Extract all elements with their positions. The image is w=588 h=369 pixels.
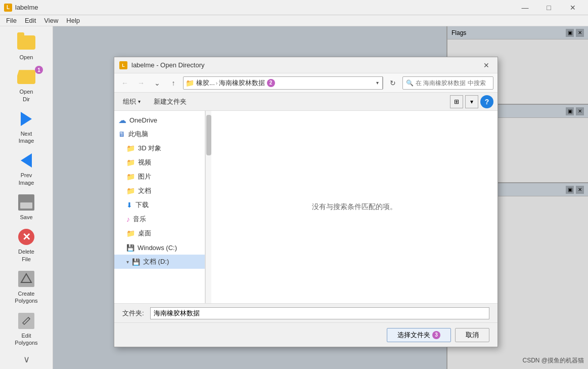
new-folder-button[interactable]: 新建文件夹 [149,95,191,108]
sidebar-item-next-image[interactable]: NextImage [4,107,49,147]
tree-item-windows-c[interactable]: 💾 Windows (C:) [114,240,205,255]
nav-up-button[interactable]: ↑ [167,76,180,90]
menu-view[interactable]: View [40,16,62,25]
organize-button[interactable]: 组织 ▾ [118,95,145,108]
cancel-label: 取消 [466,331,479,340]
save-icon [15,192,37,213]
sidebar-item-save[interactable]: Save [4,190,49,223]
folder-pictures-icon: 📁 [126,173,135,181]
maximize-button[interactable]: □ [537,0,560,15]
tree-label-this-pc: 此电脑 [128,130,148,139]
tree-label-desktop: 桌面 [138,229,151,238]
nav-recent-button[interactable]: ⌄ [151,76,164,90]
file-content-area: 没有与搜索条件匹配的项。 [211,111,497,303]
tree-item-pictures[interactable]: 📁 图片 [114,170,205,184]
filename-input[interactable] [150,307,489,319]
open-dir-badge: 1 [35,66,43,74]
breadcrumb-current: 海南橡胶林数据 [219,78,265,88]
tree-item-documents-d[interactable]: ▾ 💾 文档 (D:) [114,255,205,269]
tree-item-this-pc[interactable]: 🖥 此电脑 [114,127,205,141]
help-button[interactable]: ? [480,95,493,108]
nav-forward-button[interactable]: → [134,76,148,90]
create-polygon-icon [15,269,37,289]
tree-scrollbar[interactable] [205,111,211,303]
search-box: 🔍 [402,76,493,90]
next-image-icon [15,109,37,129]
tree-item-video[interactable]: 📁 视频 [114,155,205,170]
breadcrumb-badge: 2 [267,79,275,87]
empty-message: 没有与搜索条件匹配的项。 [312,202,397,212]
app-title: labelme [15,4,38,11]
dialog-title-bar: L labelme - Open Directory ✕ [114,57,497,73]
filename-label: 文件夹: [122,309,144,318]
folder-documents-icon: 📁 [126,187,135,195]
scrollbar-thumb [206,115,211,155]
select-folder-badge: 3 [432,331,440,339]
delete-label: DeleteFile [18,248,34,263]
search-input[interactable] [416,79,486,87]
breadcrumb-folder-icon: 📁 [184,79,196,87]
delete-icon: ✕ [15,227,37,247]
view-dropdown-button[interactable]: ▾ [465,95,478,108]
folder-desktop-icon: 📁 [126,229,135,237]
open-dir-icon [15,67,37,87]
sidebar-more[interactable]: ∨ [23,354,30,365]
menu-file[interactable]: File [2,16,21,25]
nav-back-button[interactable]: ← [118,76,131,90]
menu-edit[interactable]: Edit [21,16,40,25]
breadcrumb-container[interactable]: 📁 橡胶... › 海南橡胶林数据 2 ▾ [183,76,383,90]
dialog-close-button[interactable]: ✕ [480,59,492,71]
cancel-button[interactable]: 取消 [455,328,489,342]
folder-3d-icon: 📁 [126,144,135,152]
file-tree-container: ☁ OneDrive 🖥 此电脑 📁 3D 对象 [114,111,211,303]
folder-downloads-icon: ⬇ [126,201,132,209]
sidebar-item-open-dir[interactable]: OpenDir 1 [4,65,49,105]
tree-item-documents[interactable]: 📁 文档 [114,184,205,198]
title-bar: L labelme — □ ✕ [0,0,588,15]
nav-refresh-button[interactable]: ↻ [386,76,399,90]
edit-polygons-label: EditPolygons [15,332,37,347]
tree-item-desktop[interactable]: 📁 桌面 [114,226,205,240]
breadcrumb-separator: › [216,80,218,86]
tree-item-music[interactable]: ♪ 音乐 [114,212,205,226]
edit-polygon-icon [15,311,37,331]
tree-item-onedrive[interactable]: ☁ OneDrive [114,113,205,127]
tree-label-onedrive: OneDrive [129,116,157,124]
cloud-icon: ☁ [118,115,126,125]
view-toggle-button[interactable]: ⊞ [450,95,463,108]
minimize-button[interactable]: — [514,0,536,15]
sidebar-item-open[interactable]: Open [4,30,49,63]
drive-d-icon: 💾 [132,258,140,266]
breadcrumb-dropdown-button[interactable]: ▾ [373,76,383,90]
tree-label-3d: 3D 对象 [138,144,161,153]
folder-video-icon: 📁 [126,158,135,167]
dialog-body: ☁ OneDrive 🖥 此电脑 📁 3D 对象 [114,111,497,303]
select-folder-button[interactable]: 选择文件夹 3 [387,328,451,342]
address-bar: ← → ⌄ ↑ 📁 橡胶... › 海南橡胶林数据 2 ▾ ↻ [114,73,497,93]
tree-label-documents: 文档 [138,186,151,195]
dialog-overlay: L labelme - Open Directory ✕ ← → ⌄ ↑ 📁 橡… [53,26,588,369]
close-button[interactable]: ✕ [561,0,584,15]
prev-image-icon [15,150,37,171]
svg-marker-0 [21,274,31,282]
toolbar-right: ⊞ ▾ ? [450,95,493,108]
sidebar-item-prev-image[interactable]: PrevImage [4,148,49,188]
dialog-title: labelme - Open Directory [131,61,205,69]
file-tree: ☁ OneDrive 🖥 此电脑 📁 3D 对象 [114,111,205,303]
tree-label-documents-d: 文档 (D:) [143,257,169,266]
sidebar-item-create-polygons[interactable]: CreatePolygons [4,267,49,307]
menu-help[interactable]: Help [62,16,84,25]
sidebar-item-delete-file[interactable]: ✕ DeleteFile [4,225,49,265]
tree-label-pictures: 图片 [138,172,151,181]
file-toolbar: 组织 ▾ 新建文件夹 ⊞ ▾ ? [114,93,497,111]
window-controls: — □ ✕ [514,0,584,15]
tree-item-3d[interactable]: 📁 3D 对象 [114,141,205,155]
drive-c-icon: 💾 [126,244,134,252]
tree-item-downloads[interactable]: ⬇ 下载 [114,198,205,212]
open-dir-label: OpenDir [20,88,33,103]
tree-arrow-expand: ▾ [126,259,129,265]
sidebar-item-edit-polygons[interactable]: EditPolygons [4,309,49,349]
open-label: Open [20,54,33,61]
breadcrumb-badge-container: 2 [267,79,275,87]
menu-bar: File Edit View Help [0,15,588,26]
